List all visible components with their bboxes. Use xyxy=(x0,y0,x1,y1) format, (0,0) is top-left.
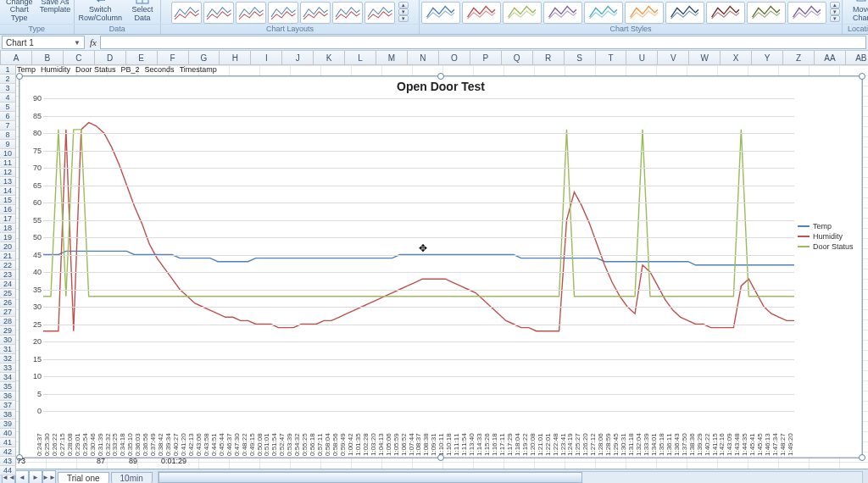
gallery-more-icon[interactable]: ▾ xyxy=(398,15,409,22)
column-header-J[interactable]: J xyxy=(282,51,314,64)
layout-thumb-6[interactable] xyxy=(364,2,395,24)
style-thumb-3[interactable] xyxy=(543,2,582,24)
tab-nav-prev[interactable]: ◄ xyxy=(15,470,29,483)
column-header-N[interactable]: N xyxy=(408,51,439,64)
row-header-39[interactable]: 39 xyxy=(0,419,16,429)
horizontal-scrollbar[interactable] xyxy=(158,471,863,484)
chart-layout-gallery[interactable]: ▴▾▾ xyxy=(171,2,409,24)
resize-handle[interactable] xyxy=(859,454,865,461)
formula-input[interactable] xyxy=(100,36,866,49)
row-header-22[interactable]: 22 xyxy=(0,261,16,270)
style-thumb-6[interactable] xyxy=(665,2,704,24)
row-header-15[interactable]: 15 xyxy=(0,196,16,205)
row-header-30[interactable]: 30 xyxy=(0,336,16,345)
row-header-18[interactable]: 18 xyxy=(0,224,16,233)
row-header-44[interactable]: 44 xyxy=(0,466,16,475)
column-header-AA[interactable]: AA xyxy=(815,51,846,64)
fx-icon[interactable]: fx xyxy=(90,37,97,47)
row-header-29[interactable]: 29 xyxy=(0,326,16,336)
layout-thumb-4[interactable] xyxy=(300,2,331,24)
layout-thumb-3[interactable] xyxy=(268,2,298,24)
row-header-11[interactable]: 11 xyxy=(0,158,16,168)
row-header-43[interactable]: 43 xyxy=(0,457,16,466)
style-thumb-4[interactable] xyxy=(584,2,623,24)
style-thumb-5[interactable] xyxy=(625,2,664,24)
column-header-P[interactable]: P xyxy=(470,51,502,64)
layout-thumb-2[interactable] xyxy=(236,2,266,24)
row-header-36[interactable]: 36 xyxy=(0,391,16,401)
row-header-40[interactable]: 40 xyxy=(0,429,16,438)
column-header-D[interactable]: D xyxy=(95,51,126,64)
column-header-X[interactable]: X xyxy=(721,51,752,64)
column-header-V[interactable]: V xyxy=(658,51,689,64)
gallery-up-icon[interactable]: ▴ xyxy=(398,2,409,8)
row-header-1[interactable]: 1 xyxy=(0,65,16,75)
row-header-2[interactable]: 2 xyxy=(0,75,16,84)
row-header-23[interactable]: 23 xyxy=(0,270,16,280)
row-header-35[interactable]: 35 xyxy=(0,382,16,391)
select-data-button[interactable]: Select Data xyxy=(126,0,159,24)
row-header-13[interactable]: 13 xyxy=(0,177,16,186)
resize-handle[interactable] xyxy=(437,73,444,80)
gallery-up-icon[interactable]: ▴ xyxy=(830,2,840,8)
embedded-chart[interactable]: Open Door Test ✥ 05101520253035404550556… xyxy=(19,75,863,458)
row-header-24[interactable]: 24 xyxy=(0,280,16,289)
legend-item-door-status[interactable]: Door Status xyxy=(798,242,859,251)
column-header-F[interactable]: F xyxy=(158,51,189,64)
row-header-8[interactable]: 8 xyxy=(0,130,16,140)
row-header-3[interactable]: 3 xyxy=(0,84,16,93)
column-header-G[interactable]: G xyxy=(189,51,220,64)
row-header-6[interactable]: 6 xyxy=(0,112,16,121)
column-header-A[interactable]: A xyxy=(1,51,32,64)
row-header-38[interactable]: 38 xyxy=(0,410,16,419)
row-header-33[interactable]: 33 xyxy=(0,364,16,373)
series-humidity[interactable] xyxy=(43,123,794,331)
column-header-Y[interactable]: Y xyxy=(752,51,783,64)
move-chart-button[interactable]: Move Chart xyxy=(844,0,868,24)
row-header-37[interactable]: 37 xyxy=(0,401,16,410)
row-header-21[interactable]: 21 xyxy=(0,252,16,261)
style-thumb-8[interactable] xyxy=(747,2,786,24)
column-header-B[interactable]: B xyxy=(32,51,64,64)
style-thumb-2[interactable] xyxy=(503,2,542,24)
column-header-K[interactable]: K xyxy=(314,51,345,64)
row-header-42[interactable]: 42 xyxy=(0,447,16,457)
row-header-12[interactable]: 12 xyxy=(0,168,16,177)
column-header-W[interactable]: W xyxy=(689,51,721,64)
style-thumb-0[interactable] xyxy=(421,2,460,24)
row-header-4[interactable]: 4 xyxy=(0,93,16,103)
row-header-25[interactable]: 25 xyxy=(0,289,16,298)
column-header-I[interactable]: I xyxy=(251,51,282,64)
chart-style-gallery[interactable]: ▴▾▾ xyxy=(421,2,840,24)
chart-legend[interactable]: TempHumidityDoor Status xyxy=(798,220,859,253)
gallery-down-icon[interactable]: ▾ xyxy=(830,8,840,15)
column-header-T[interactable]: T xyxy=(596,51,627,64)
column-header-O[interactable]: O xyxy=(439,51,470,64)
style-thumb-7[interactable] xyxy=(706,2,745,24)
gallery-more-icon[interactable]: ▾ xyxy=(830,15,840,22)
column-header-U[interactable]: U xyxy=(626,51,658,64)
sheet-tab-active[interactable]: Trial one xyxy=(58,472,109,483)
column-header-L[interactable]: L xyxy=(345,51,376,64)
column-header-E[interactable]: E xyxy=(126,51,158,64)
column-header-Q[interactable]: Q xyxy=(502,51,533,64)
column-header-M[interactable]: M xyxy=(376,51,408,64)
row-header-28[interactable]: 28 xyxy=(0,317,16,326)
tab-nav-next[interactable]: ► xyxy=(29,470,42,483)
series-temp[interactable] xyxy=(43,251,794,264)
column-header-Z[interactable]: Z xyxy=(783,51,815,64)
name-box[interactable]: Chart 1 ▼ xyxy=(2,36,85,49)
column-header-C[interactable]: C xyxy=(64,51,95,64)
layout-thumb-1[interactable] xyxy=(203,2,234,24)
resize-handle[interactable] xyxy=(16,73,23,80)
row-header-17[interactable]: 17 xyxy=(0,214,16,224)
row-header-5[interactable]: 5 xyxy=(0,103,16,112)
column-header-AB[interactable]: AB xyxy=(846,51,868,64)
column-header-H[interactable]: H xyxy=(220,51,251,64)
row-header-27[interactable]: 27 xyxy=(0,308,16,317)
layout-thumb-5[interactable] xyxy=(332,2,363,24)
row-header-34[interactable]: 34 xyxy=(0,373,16,382)
switch-row-column-button[interactable]: Switch Row/Column xyxy=(76,0,125,24)
row-header-9[interactable]: 9 xyxy=(0,140,16,149)
row-header-32[interactable]: 32 xyxy=(0,354,16,364)
